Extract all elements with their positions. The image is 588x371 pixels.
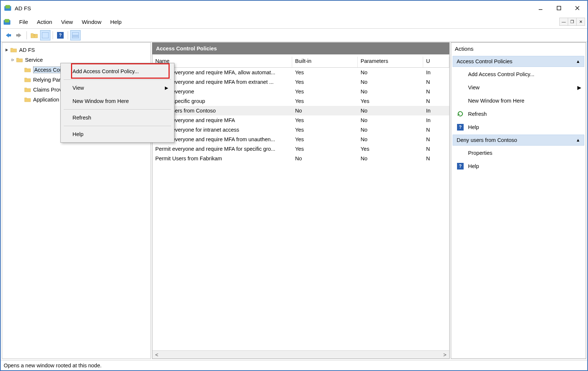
submenu-arrow-icon: ▶: [577, 85, 581, 90]
action-item[interactable]: New Window from Here: [451, 94, 586, 107]
action-label: New Window from Here: [468, 98, 524, 104]
svg-rect-8: [8, 34, 11, 36]
svg-rect-7: [5, 19, 10, 22]
context-menu-label: Help: [72, 131, 84, 137]
folder-icon: [24, 77, 31, 82]
cell-usage: N: [423, 146, 449, 152]
table-row[interactable]: Deny users from ContosoNoNoIn: [152, 106, 449, 115]
horizontal-scrollbar[interactable]: < >: [152, 350, 449, 358]
folder-icon: [24, 87, 31, 92]
cell-parameters: Yes: [358, 98, 423, 104]
cell-parameters: No: [358, 156, 423, 161]
expander-icon[interactable]: [10, 57, 15, 63]
table-row[interactable]: Permit everyone and require MFA from ext…: [152, 77, 449, 87]
action-item[interactable]: Add Access Control Policy...: [451, 68, 586, 81]
table-row[interactable]: Permit Users from FabrikamNoNoN: [152, 154, 449, 163]
cell-parameters: No: [358, 89, 423, 94]
context-menu-item[interactable]: Refresh: [61, 111, 173, 124]
svg-rect-1: [6, 5, 10, 8]
actions-group-header[interactable]: Deny users from Contoso▲: [453, 135, 584, 146]
menubar: File Action View Window Help — ❐ ✕: [1, 15, 587, 29]
folder-icon: [10, 47, 17, 53]
svg-rect-9: [16, 34, 19, 36]
cell-usage: N: [423, 136, 449, 142]
context-menu-separator: [64, 109, 171, 110]
window-close-button[interactable]: [568, 1, 587, 15]
tree-label: Service: [25, 57, 43, 63]
toolbar-separator: [26, 31, 27, 39]
action-label: View: [468, 85, 479, 90]
cell-usage: N: [423, 127, 449, 133]
collapse-icon: ▲: [576, 138, 580, 143]
window-maximize-button[interactable]: [550, 1, 568, 15]
action-label: Refresh: [468, 111, 487, 117]
cell-builtin: Yes: [292, 89, 358, 94]
context-menu-item[interactable]: View▶: [61, 81, 173, 94]
action-item[interactable]: Refresh: [451, 107, 586, 121]
toolbar: ?: [1, 29, 587, 42]
cell-builtin: No: [292, 108, 358, 114]
menu-help[interactable]: Help: [106, 17, 126, 26]
action-label: Help: [468, 163, 479, 169]
nav-back-button[interactable]: [3, 30, 13, 40]
expander-icon[interactable]: [4, 47, 10, 53]
cell-parameters: No: [358, 127, 423, 133]
table-row[interactable]: Permit everyone and require MFA from una…: [152, 135, 449, 144]
cell-usage: In: [423, 69, 449, 75]
help-icon: ?: [457, 124, 464, 131]
table-row[interactable]: Permit specific groupYesYesN: [152, 96, 449, 106]
mdi-close-button[interactable]: ✕: [576, 18, 585, 26]
column-header-builtin[interactable]: Built-in: [292, 57, 358, 67]
nav-forward-button[interactable]: [14, 30, 24, 40]
action-label: Add Access Control Policy...: [468, 71, 534, 77]
actions-pane: Actions Access Control Policies▲Add Acce…: [451, 42, 586, 359]
menu-view[interactable]: View: [57, 17, 77, 26]
table-row[interactable]: Permit everyone and require MFA for spec…: [152, 144, 449, 154]
help-button[interactable]: ?: [55, 30, 65, 40]
folder-icon: [24, 67, 31, 72]
grid-body[interactable]: Permit everyone and require MFA, allow a…: [152, 68, 449, 350]
scroll-left-icon[interactable]: <: [153, 352, 160, 358]
collapse-icon: ▲: [576, 59, 580, 64]
context-menu-label: View: [72, 85, 84, 91]
actions-group-header[interactable]: Access Control Policies▲: [453, 56, 584, 67]
up-button[interactable]: [29, 30, 39, 40]
cell-usage: N: [423, 98, 449, 104]
show-tree-button[interactable]: [40, 30, 50, 40]
cell-parameters: Yes: [358, 146, 423, 152]
action-item[interactable]: ?Help: [451, 160, 586, 173]
cell-builtin: Yes: [292, 98, 358, 104]
table-row[interactable]: Permit everyoneYesNoN: [152, 87, 449, 96]
result-header: Access Control Policies: [152, 43, 449, 54]
tree-label: AD FS: [19, 47, 35, 53]
svg-rect-3: [557, 6, 561, 10]
menu-file[interactable]: File: [15, 17, 32, 26]
context-menu-item[interactable]: Help: [61, 128, 173, 141]
menu-action[interactable]: Action: [32, 17, 57, 26]
mdi-minimize-button[interactable]: —: [559, 18, 568, 26]
context-menu-item[interactable]: New Window from Here: [61, 94, 173, 108]
cell-parameters: No: [358, 69, 423, 75]
table-row[interactable]: Permit everyone for intranet accessYesNo…: [152, 125, 449, 135]
action-item[interactable]: Properties: [451, 146, 586, 160]
scroll-right-icon[interactable]: >: [441, 352, 449, 358]
cell-builtin: No: [292, 156, 358, 161]
refresh-icon: [457, 111, 464, 117]
menu-window[interactable]: Window: [77, 17, 106, 26]
cell-builtin: Yes: [292, 79, 358, 85]
column-header-usage[interactable]: U: [423, 57, 449, 67]
cell-name: Permit Users from Fabrikam: [152, 156, 292, 161]
mdi-restore-button[interactable]: ❐: [568, 18, 577, 26]
detail-view-button[interactable]: [70, 30, 81, 40]
app-icon: [4, 4, 12, 12]
action-item[interactable]: ?Help: [451, 121, 586, 134]
tree-root[interactable]: AD FS: [2, 45, 150, 55]
table-row[interactable]: Permit everyone and require MFA, allow a…: [152, 68, 449, 77]
table-row[interactable]: Permit everyone and require MFAYesNoIn: [152, 115, 449, 125]
context-menu-item[interactable]: Add Access Control Policy...: [61, 65, 173, 78]
window-minimize-button[interactable]: [531, 1, 550, 15]
console-tree-pane: AD FS ServiceAccess Control PoliciesRely…: [2, 42, 151, 359]
cell-usage: N: [423, 156, 449, 161]
action-item[interactable]: View▶: [451, 81, 586, 94]
column-header-parameters[interactable]: Parameters: [358, 57, 423, 67]
